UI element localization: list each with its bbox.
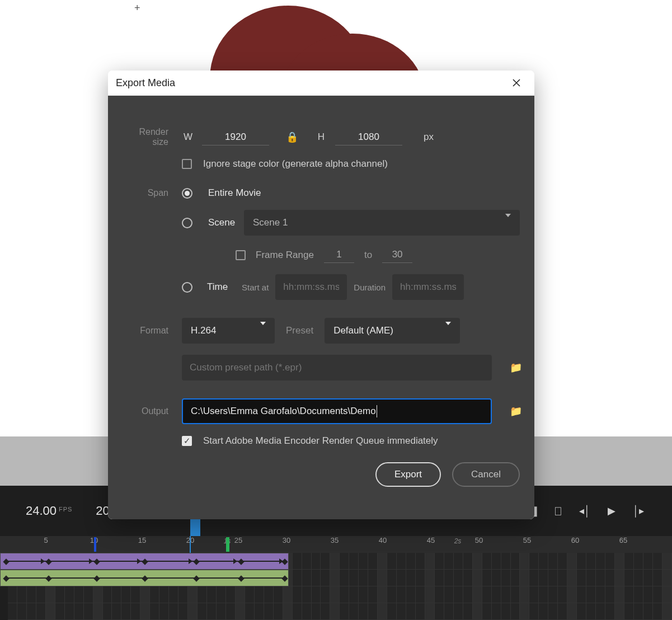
marker-green[interactable] [226, 537, 229, 552]
cancel-button[interactable]: Cancel [452, 462, 520, 487]
step-back-icon[interactable]: ◂│ [577, 503, 593, 519]
start-queue-checkbox[interactable]: ✓ [182, 436, 192, 446]
frame-to-input[interactable] [382, 247, 412, 263]
ruler-tick: 65 [619, 536, 627, 544]
scene-dropdown[interactable]: Scene 1 [244, 210, 520, 236]
ignore-stage-checkbox[interactable] [182, 159, 192, 169]
ruler-tick: 45 [427, 536, 435, 544]
chevron-down-icon [445, 325, 451, 336]
custom-preset-input[interactable] [182, 355, 492, 381]
radio-time[interactable] [182, 282, 192, 293]
unit-label: px [424, 131, 434, 143]
frame-from-input[interactable] [324, 247, 354, 263]
tween-clip[interactable] [0, 570, 289, 586]
ruler-tick: 30 [283, 536, 290, 544]
fps-label: FPS [59, 506, 72, 513]
ruler-tick: 5 [44, 536, 48, 544]
frame-to-label: to [364, 250, 372, 261]
fps-value: 24.00 [26, 504, 57, 518]
radio-scene[interactable] [182, 218, 192, 228]
output-label: Output [123, 406, 182, 416]
tween-clip[interactable] [0, 553, 289, 570]
timeline-ruler[interactable]: 1s 2s 5 10 15 20 25 30 35 40 45 50 55 60… [0, 536, 672, 553]
start-queue-label: Start Adobe Media Encoder Render Queue i… [203, 435, 438, 447]
radio-entire-movie-label: Entire Movie [208, 187, 261, 199]
bracket-icon[interactable]: ⎕ [550, 503, 566, 519]
height-label: H [315, 131, 327, 143]
format-value: H.264 [191, 325, 216, 336]
width-label: W [182, 131, 194, 143]
ruler-tick: 35 [331, 536, 339, 544]
format-dropdown[interactable]: H.264 [182, 318, 275, 344]
dialog-body: Render size W 🔒 H px Ignore stage color … [108, 96, 534, 519]
radio-entire-movie[interactable] [182, 188, 192, 199]
preset-dropdown[interactable]: Default (AME) [325, 318, 460, 344]
scene-dropdown-value: Scene 1 [253, 217, 288, 228]
start-at-input[interactable] [275, 274, 347, 300]
frame-range-label: Frame Range [256, 250, 314, 261]
ruler-tick: 50 [475, 536, 483, 544]
export-button[interactable]: Export [375, 462, 441, 487]
second-marker: 2s [454, 537, 462, 545]
text-cursor [377, 405, 377, 417]
width-input[interactable] [202, 129, 269, 145]
lock-icon[interactable]: 🔒 [277, 131, 307, 143]
folder-icon[interactable]: 📁 [510, 361, 522, 374]
ruler-tick: 15 [138, 536, 146, 544]
step-forward-icon[interactable]: │▸ [631, 503, 646, 519]
close-icon[interactable] [509, 75, 524, 91]
play-icon[interactable]: ▶ [604, 503, 619, 519]
preset-value: Default (AME) [333, 325, 393, 336]
marker-blue[interactable] [94, 537, 96, 552]
ruler-tick: 55 [523, 536, 531, 544]
span-label: Span [123, 188, 182, 198]
fps-display[interactable]: 24.00 FPS [26, 504, 72, 518]
radio-scene-label: Scene [208, 217, 236, 228]
height-input[interactable] [335, 129, 402, 145]
export-media-dialog: Export Media Render size W 🔒 H px Ignore… [108, 71, 534, 519]
output-value: C:\Users\Emma Garofalo\Documents\Demo [191, 406, 376, 417]
ruler-tick: 60 [571, 536, 579, 544]
dialog-title: Export Media [116, 77, 175, 89]
format-label: Format [123, 326, 182, 336]
ruler-tick: 25 [234, 536, 242, 544]
radio-time-label: Time [207, 281, 235, 293]
start-at-label: Start at [242, 283, 269, 292]
render-size-label: Render size [123, 127, 182, 147]
chevron-down-icon [260, 325, 266, 336]
ruler-tick: 40 [379, 536, 387, 544]
timeline-tracks[interactable] [0, 553, 672, 620]
output-input[interactable]: C:\Users\Emma Garofalo\Documents\Demo [182, 398, 492, 424]
dialog-titlebar[interactable]: Export Media [108, 71, 534, 96]
stage-center-icon: + [134, 2, 140, 14]
duration-label: Duration [354, 283, 386, 292]
preset-label: Preset [286, 325, 313, 336]
folder-icon[interactable]: 📁 [510, 405, 522, 417]
duration-input[interactable] [392, 274, 464, 300]
ignore-stage-label: Ignore stage color (generate alpha chann… [203, 158, 388, 170]
chevron-down-icon [505, 217, 511, 228]
frame-range-checkbox[interactable] [236, 250, 246, 260]
